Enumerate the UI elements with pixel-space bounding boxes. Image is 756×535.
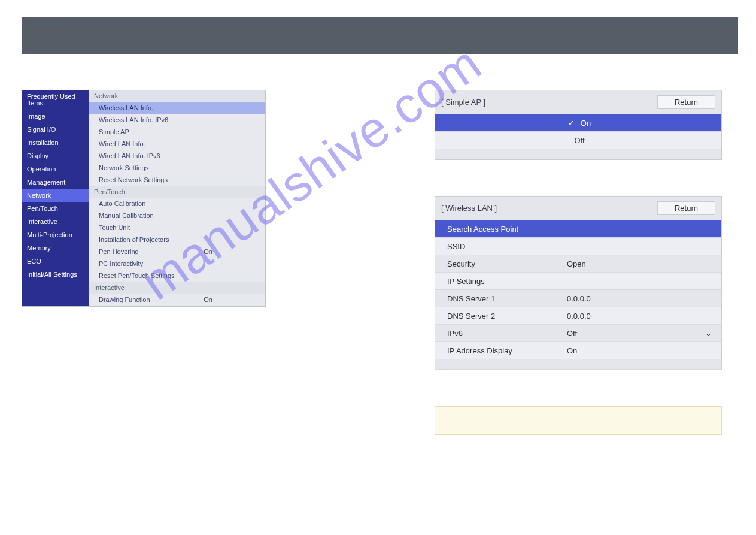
wlan-row-value: Off xyxy=(567,329,705,338)
menu-item[interactable]: Wireless LAN Info. IPv6 xyxy=(89,114,265,126)
section-header: Pen/Touch xyxy=(89,186,265,198)
sidebar-item-network[interactable]: Network xyxy=(22,189,89,202)
menu-item-label: PC Interactivity xyxy=(99,261,143,267)
wlan-row[interactable]: Search Access Point xyxy=(435,220,721,238)
sidebar-item-eco[interactable]: ECO xyxy=(22,255,89,268)
projector-menu-screenshot: Frequently Used ItemsImageSignal I/OInst… xyxy=(22,90,266,307)
menu-item-label: Wireless LAN Info. xyxy=(99,105,153,111)
option-label: Off xyxy=(574,136,584,145)
section-header: Network xyxy=(89,90,265,102)
menu-item-label: Simple AP xyxy=(99,129,129,135)
menu-item[interactable]: Network Settings xyxy=(89,162,265,174)
wlan-row[interactable]: IP Settings xyxy=(435,273,721,290)
simple-ap-panel: [ Simple AP ] Return ✓OnOff xyxy=(435,90,722,160)
menu-item[interactable]: Installation of Projectors xyxy=(89,234,265,246)
wlan-row[interactable]: DNS Server 20.0.0.0 xyxy=(435,307,721,325)
wlan-row[interactable]: DNS Server 10.0.0.0 xyxy=(435,290,721,307)
chevron-down-icon: ⌄ xyxy=(705,329,712,338)
simple-ap-title: [ Simple AP ] xyxy=(441,98,485,107)
wlan-row-label: SSID xyxy=(447,242,567,251)
menu-item[interactable]: Reset Pen/Touch Settings xyxy=(89,270,265,282)
wlan-row-label: IPv6 xyxy=(447,329,567,338)
wlan-row-label: DNS Server 2 xyxy=(447,312,567,321)
sidebar-item-frequently-used-items[interactable]: Frequently Used Items xyxy=(22,90,89,110)
menu-item-label: Pen Hovering xyxy=(99,249,139,255)
wlan-row-label: DNS Server 1 xyxy=(447,294,567,303)
simple-ap-option[interactable]: ✓On xyxy=(435,114,721,132)
step-number-icon xyxy=(22,322,35,335)
sidebar-item-interactive[interactable]: Interactive xyxy=(22,216,89,229)
check-icon: ✓ xyxy=(568,119,575,128)
wlan-row-label: IP Address Display xyxy=(447,346,567,355)
menu-item-label: Wireless LAN Info. IPv6 xyxy=(99,117,168,123)
wlan-row-value: 0.0.0.0 xyxy=(567,294,712,303)
menu-item[interactable]: PC Interactivity xyxy=(89,258,265,270)
simple-ap-return-button[interactable]: Return xyxy=(657,95,715,109)
menu-item[interactable]: Simple AP xyxy=(89,126,265,138)
wireless-lan-panel: [ Wireless LAN ] Return Search Access Po… xyxy=(435,196,722,370)
menu-item-label: Network Settings xyxy=(99,165,148,171)
menu-item[interactable]: Auto Calibration xyxy=(89,198,265,210)
menu-item-label: Wired LAN Info. xyxy=(99,141,145,147)
wlan-row-label: Search Access Point xyxy=(447,225,567,234)
sidebar-item-multi-projection[interactable]: Multi-Projection xyxy=(22,229,89,242)
menu-item-value: On xyxy=(204,249,260,255)
menu-main-panel: NetworkWireless LAN Info.Wireless LAN In… xyxy=(89,90,265,306)
menu-item-label: Drawing Function xyxy=(99,297,150,303)
section-header: Interactive xyxy=(89,282,265,294)
menu-item-label: Reset Network Settings xyxy=(99,177,168,183)
sidebar-item-image[interactable]: Image xyxy=(22,110,89,123)
menu-item[interactable]: Wired LAN Info. IPv6 xyxy=(89,150,265,162)
note-box xyxy=(435,406,722,435)
page-header-bar xyxy=(22,17,738,54)
wlan-row-value: On xyxy=(567,346,712,355)
sidebar-item-pen-touch[interactable]: Pen/Touch xyxy=(22,202,89,216)
menu-item[interactable]: Pen HoveringOn xyxy=(89,246,265,258)
simple-ap-option[interactable]: Off xyxy=(435,132,721,149)
sidebar-item-initial-all-settings[interactable]: Initial/All Settings xyxy=(22,268,89,282)
menu-item-label: Wired LAN Info. IPv6 xyxy=(99,153,160,159)
left-column: Frequently Used ItemsImageSignal I/OInst… xyxy=(22,90,366,435)
right-column: [ Simple AP ] Return ✓OnOff [ Wireless L… xyxy=(435,90,722,435)
wlan-row-label: IP Settings xyxy=(447,277,567,286)
wireless-lan-return-button[interactable]: Return xyxy=(657,201,715,215)
sidebar-item-installation[interactable]: Installation xyxy=(22,137,89,150)
wlan-row[interactable]: SecurityOpen xyxy=(435,255,721,273)
wireless-lan-title: [ Wireless LAN ] xyxy=(441,204,497,213)
option-label: On xyxy=(581,119,591,128)
menu-item-label: Touch Unit xyxy=(99,225,130,231)
step-6 xyxy=(22,322,366,335)
wlan-row[interactable]: IP Address DisplayOn xyxy=(435,342,721,359)
wlan-row-value: Open xyxy=(567,259,712,268)
wlan-row[interactable]: IPv6Off⌄ xyxy=(435,325,721,342)
menu-item-label: Auto Calibration xyxy=(99,201,145,207)
menu-item[interactable]: Touch Unit xyxy=(89,222,265,234)
menu-item-value: On xyxy=(204,297,260,303)
spacer-row xyxy=(435,359,721,370)
sidebar-item-management[interactable]: Management xyxy=(22,176,89,189)
menu-item-label: Reset Pen/Touch Settings xyxy=(99,273,175,279)
menu-item[interactable]: Wireless LAN Info. xyxy=(89,102,265,114)
sidebar-item-memory[interactable]: Memory xyxy=(22,242,89,255)
sidebar-item-signal-i-o[interactable]: Signal I/O xyxy=(22,123,89,137)
menu-item[interactable]: Manual Calibration xyxy=(89,210,265,222)
wlan-row-label: Security xyxy=(447,259,567,268)
menu-item-label: Installation of Projectors xyxy=(99,237,169,243)
wlan-row-value: 0.0.0.0 xyxy=(567,312,712,321)
menu-item[interactable]: Reset Network Settings xyxy=(89,174,265,186)
spacer-row xyxy=(435,149,721,159)
menu-item-label: Manual Calibration xyxy=(99,213,154,219)
menu-item[interactable]: Wired LAN Info. xyxy=(89,138,265,150)
wlan-row[interactable]: SSID xyxy=(435,238,721,255)
sidebar-item-operation[interactable]: Operation xyxy=(22,163,89,176)
menu-item[interactable]: Drawing FunctionOn xyxy=(89,294,265,306)
sidebar-item-display[interactable]: Display xyxy=(22,150,89,163)
menu-sidebar: Frequently Used ItemsImageSignal I/OInst… xyxy=(22,90,89,306)
